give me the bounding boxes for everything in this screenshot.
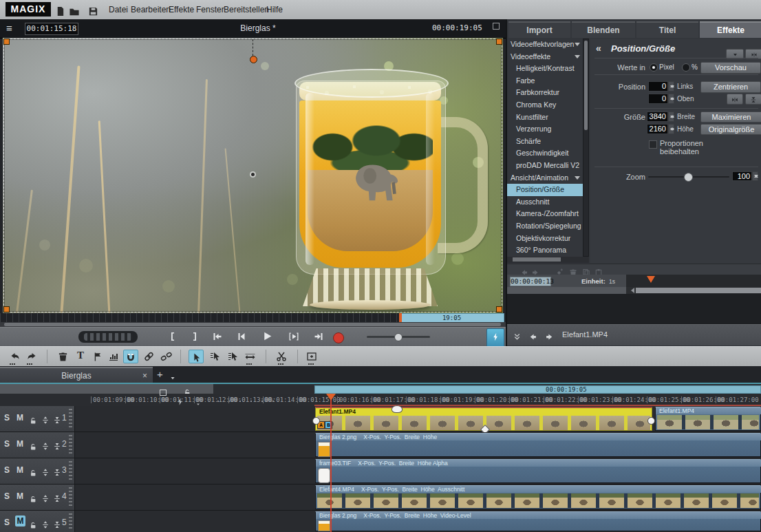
preview-menu-icon[interactable]: ≡ xyxy=(6,22,12,34)
lock-track-icon[interactable] xyxy=(29,414,37,426)
center-vertical-button[interactable] xyxy=(745,94,761,105)
effects-list-scrollbar[interactable] xyxy=(583,39,589,257)
preview-seek-bar[interactable]: 19:05 xyxy=(0,313,506,322)
visible-range-bar[interactable]: 00:00:19:05 xyxy=(314,385,761,394)
seek-playhead-marker[interactable] xyxy=(399,313,402,322)
solo-button[interactable]: S xyxy=(4,518,10,527)
save-project-icon[interactable] xyxy=(88,5,98,17)
mute-button[interactable]: M xyxy=(17,413,23,423)
effects-list-hscrollbar[interactable] xyxy=(507,257,589,263)
track-drag-grip[interactable] xyxy=(69,513,72,529)
rotation-handle[interactable] xyxy=(250,56,257,63)
zoom-slider-thumb[interactable] xyxy=(684,173,693,182)
solo-button[interactable]: S xyxy=(4,439,10,449)
next-object-icon[interactable] xyxy=(545,330,555,343)
previous-frame-button[interactable] xyxy=(232,330,250,345)
vorschau-button[interactable]: Vorschau xyxy=(700,62,761,74)
zoom-range-button[interactable] xyxy=(304,350,319,363)
effect-farbkorrektur[interactable]: Farbkorrektur xyxy=(507,87,583,99)
mouse-mode-single-button[interactable] xyxy=(208,350,223,363)
close-tab-icon[interactable]: × xyxy=(142,368,147,383)
proportionen-checkbox[interactable] xyxy=(649,140,657,149)
preview-volume-slider[interactable] xyxy=(367,336,430,338)
clip-elefant1-next[interactable]: Elefant1.MP4 xyxy=(655,407,761,431)
clip-elefant1-selected[interactable]: Elefant1.MP4 A B xyxy=(315,407,652,431)
solo-button[interactable]: S xyxy=(4,491,10,501)
keyframe-scrollbar[interactable] xyxy=(507,287,761,294)
tab-titel[interactable]: Titel xyxy=(636,21,698,38)
zoom-value-input[interactable]: 100 xyxy=(732,171,752,181)
mute-button[interactable]: M xyxy=(17,465,23,475)
preview-scrollbar-thumb[interactable] xyxy=(4,323,501,326)
clip-frame03-tif[interactable]: frame03.TIFX-Pos. Y-Pos. Breite Höhe Alp… xyxy=(315,459,761,483)
fade-handle[interactable] xyxy=(392,405,403,413)
marker-button[interactable] xyxy=(89,350,105,363)
originalgroesse-button[interactable]: Originalgröße xyxy=(700,124,761,135)
jog-shuttle-wheel[interactable] xyxy=(78,331,138,343)
lock-track-icon[interactable] xyxy=(29,466,37,478)
hoehe-spinner[interactable] xyxy=(668,124,674,134)
delete-object-button[interactable] xyxy=(55,350,70,363)
instant-export-button[interactable] xyxy=(486,328,504,348)
mark-out-button[interactable] xyxy=(186,330,204,345)
track-height-expand-icon[interactable] xyxy=(41,414,50,426)
tab-blenden[interactable]: Blenden xyxy=(572,21,635,38)
position-links-input[interactable]: 0 xyxy=(648,81,668,92)
breite-input[interactable]: 3840 xyxy=(647,111,668,122)
jump-to-start-button[interactable] xyxy=(208,330,226,345)
new-project-icon[interactable] xyxy=(55,5,65,17)
mouse-mode-all-button[interactable] xyxy=(226,350,241,363)
track-drag-grip[interactable] xyxy=(69,461,72,481)
menu-effekte[interactable]: Effekte xyxy=(167,0,195,19)
group-button[interactable] xyxy=(141,350,156,363)
mute-button-active[interactable]: M xyxy=(15,515,25,526)
stretch-mode-button[interactable] xyxy=(242,350,257,363)
track-drag-grip[interactable] xyxy=(69,409,72,429)
effect-geschwindigkeit[interactable]: Geschwindigkeit xyxy=(507,147,583,160)
record-button[interactable] xyxy=(333,332,344,343)
timeline-playhead-marker[interactable] xyxy=(326,394,336,405)
mute-button[interactable]: M xyxy=(17,491,23,501)
track-height-expand-icon[interactable] xyxy=(41,466,50,478)
effects-group-ansicht-animation[interactable]: Ansicht/Animation xyxy=(507,172,583,184)
effects-group-videoeffekte[interactable]: Videoeffekte xyxy=(507,51,583,63)
breite-spinner[interactable] xyxy=(668,111,674,122)
redo-button[interactable] xyxy=(24,350,39,363)
links-spinner[interactable] xyxy=(668,81,674,92)
clip-elefant4-mp4[interactable]: Elefant4.MP4X-Pos. Y-Pos. Breite Höhe Au… xyxy=(315,485,761,509)
track-height-expand-icon[interactable] xyxy=(41,518,50,531)
menu-bereitstellen[interactable]: Bereitstellen xyxy=(222,0,270,19)
menu-hilfe[interactable]: Hilfe xyxy=(265,0,284,19)
title-editor-button[interactable]: T xyxy=(73,350,88,363)
keyframe-playhead-marker[interactable] xyxy=(647,276,655,287)
lock-track-icon[interactable] xyxy=(29,440,37,452)
tab-effekte[interactable]: Effekte xyxy=(700,21,761,38)
effect-objektivkorrektur[interactable]: Objektivkorrektur xyxy=(507,233,583,245)
keyframe-timecode[interactable]: 00:00:00:13 xyxy=(510,277,551,286)
lock-track-icon[interactable] xyxy=(29,492,37,504)
menu-bearbeiten[interactable]: Bearbeiten xyxy=(129,0,172,19)
scrollbar-thumb[interactable] xyxy=(584,41,588,130)
track-height-shrink-icon[interactable] xyxy=(53,414,61,426)
track-height-shrink-icon[interactable] xyxy=(53,492,61,504)
play-button[interactable] xyxy=(258,330,276,345)
clip-bierglas2-png[interactable]: Bierglas 2.pngX-Pos. Y-Pos. Breite Höhe xyxy=(315,433,761,457)
current-timecode[interactable]: 00:01:15:18 xyxy=(25,23,78,35)
play-range-button[interactable] xyxy=(285,330,303,345)
hoehe-input[interactable]: 2160 xyxy=(647,124,668,134)
collapse-panel-down-icon[interactable] xyxy=(513,330,522,343)
resize-handle-top-left[interactable] xyxy=(3,39,10,45)
track-drag-grip[interactable] xyxy=(69,435,72,455)
range-box-icon[interactable] xyxy=(160,390,167,396)
scrollbar-thumb[interactable] xyxy=(513,257,561,262)
effects-group-videoeffektvorlagen[interactable]: Videoeffektvorlagen xyxy=(507,39,583,51)
unit-pixel-radio[interactable] xyxy=(650,63,658,72)
effect-prodad-mercalli[interactable]: proDAD Mercalli V2 xyxy=(507,160,583,172)
jump-to-end-button[interactable] xyxy=(310,330,328,345)
zoom-spinner[interactable] xyxy=(752,171,758,181)
track-height-expand-icon[interactable] xyxy=(41,492,50,504)
ungroup-button[interactable] xyxy=(158,350,173,363)
resize-handle-bottom-right[interactable] xyxy=(496,306,502,312)
selection-center-marker[interactable] xyxy=(251,173,255,176)
track-height-expand-icon[interactable] xyxy=(41,440,50,452)
